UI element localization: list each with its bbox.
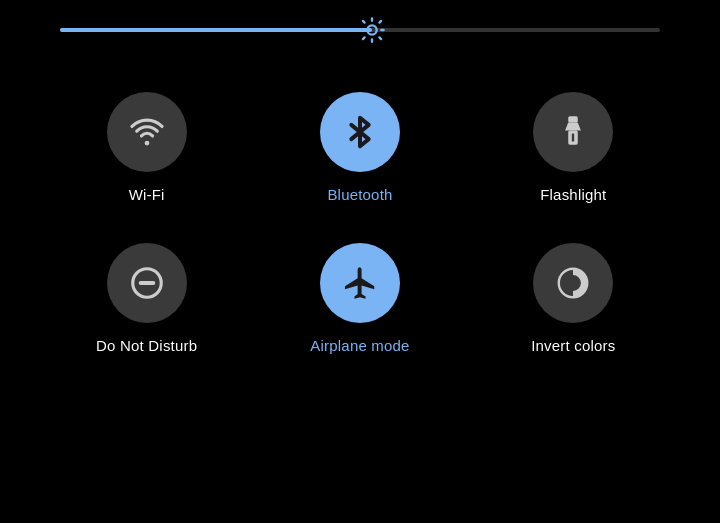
- dnd-circle: [107, 243, 187, 323]
- tile-flashlight[interactable]: Flashlight: [467, 72, 680, 223]
- svg-rect-1: [569, 116, 579, 122]
- invert-label: Invert colors: [531, 337, 615, 354]
- bluetooth-icon: [341, 113, 379, 151]
- airplane-circle: [320, 243, 400, 323]
- wifi-icon: [128, 113, 166, 151]
- airplane-icon: [341, 264, 379, 302]
- tile-bluetooth[interactable]: Bluetooth: [253, 72, 466, 223]
- tiles-grid: Wi-Fi Bluetooth Flashlight: [0, 52, 720, 374]
- tile-wifi[interactable]: Wi-Fi: [40, 72, 253, 223]
- bluetooth-circle: [320, 92, 400, 172]
- invert-circle: [533, 243, 613, 323]
- wifi-circle: [107, 92, 187, 172]
- brightness-icon: [358, 16, 386, 44]
- dnd-label: Do Not Disturb: [96, 337, 197, 354]
- brightness-row[interactable]: [0, 0, 720, 52]
- invert-icon: [554, 264, 592, 302]
- svg-point-0: [367, 25, 376, 34]
- bluetooth-label: Bluetooth: [327, 186, 392, 203]
- wifi-label: Wi-Fi: [129, 186, 165, 203]
- brightness-track[interactable]: [60, 28, 660, 32]
- flashlight-label: Flashlight: [540, 186, 606, 203]
- flashlight-circle: [533, 92, 613, 172]
- tile-invert[interactable]: Invert colors: [467, 223, 680, 374]
- airplane-label: Airplane mode: [310, 337, 409, 354]
- flashlight-icon: [554, 113, 592, 151]
- dnd-icon: [128, 264, 166, 302]
- brightness-thumb: [354, 12, 390, 48]
- tile-dnd[interactable]: Do Not Disturb: [40, 223, 253, 374]
- tile-airplane[interactable]: Airplane mode: [253, 223, 466, 374]
- brightness-fill: [60, 28, 372, 32]
